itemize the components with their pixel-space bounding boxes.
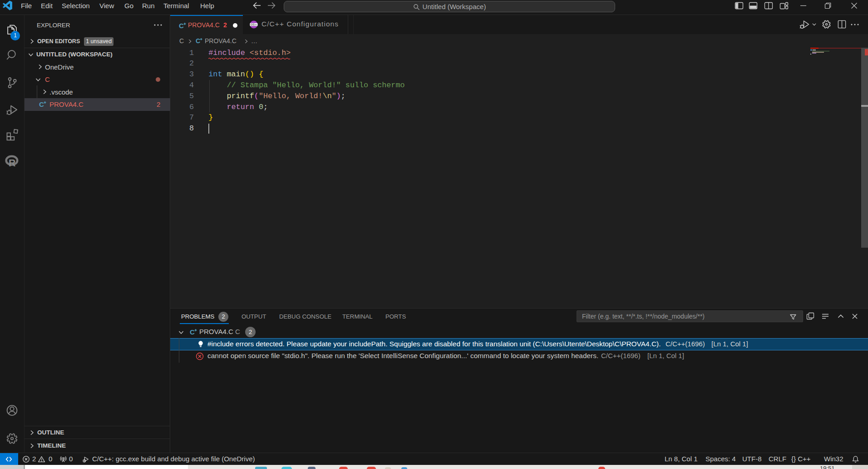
svg-text:C: C — [39, 100, 44, 108]
svg-text:C: C — [179, 22, 184, 30]
svg-text:R: R — [9, 158, 15, 168]
svg-text:C: C — [196, 37, 200, 45]
svg-text:C/C++: C/C++ — [251, 24, 257, 26]
svg-text:C: C — [190, 328, 195, 336]
